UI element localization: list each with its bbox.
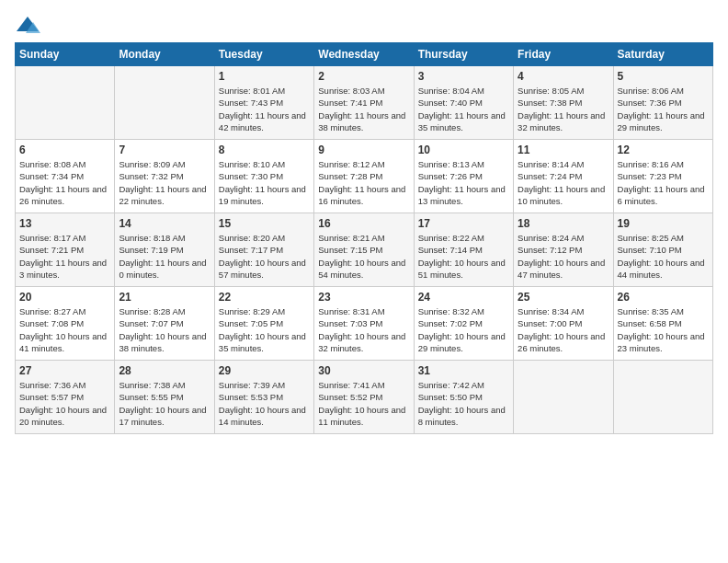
calendar-cell: 16Sunrise: 8:21 AMSunset: 7:15 PMDayligh… xyxy=(314,213,414,287)
calendar-cell: 6Sunrise: 8:08 AMSunset: 7:34 PMDaylight… xyxy=(16,140,115,213)
day-info: Sunrise: 8:22 AMSunset: 7:14 PMDaylight:… xyxy=(418,232,509,281)
calendar-cell xyxy=(514,361,613,434)
day-info: Sunrise: 8:03 AMSunset: 7:41 PMDaylight:… xyxy=(318,85,409,133)
day-info: Sunrise: 8:09 AMSunset: 7:32 PMDaylight:… xyxy=(119,158,210,207)
day-number: 29 xyxy=(219,364,310,377)
day-number: 12 xyxy=(618,144,709,156)
calendar-cell: 7Sunrise: 8:09 AMSunset: 7:32 PMDaylight… xyxy=(115,140,214,213)
day-info: Sunrise: 8:25 AMSunset: 7:10 PMDaylight:… xyxy=(618,232,709,281)
day-info: Sunrise: 8:14 AMSunset: 7:24 PMDaylight:… xyxy=(518,158,609,207)
day-headers: SundayMondayTuesdayWednesdayThursdayFrid… xyxy=(16,43,713,66)
day-info: Sunrise: 8:31 AMSunset: 7:03 PMDaylight:… xyxy=(318,305,409,354)
day-number: 4 xyxy=(518,70,609,83)
day-number: 25 xyxy=(518,291,609,304)
day-info: Sunrise: 8:13 AMSunset: 7:26 PMDaylight:… xyxy=(418,158,509,207)
calendar-cell: 15Sunrise: 8:20 AMSunset: 7:17 PMDayligh… xyxy=(214,213,313,287)
day-info: Sunrise: 8:20 AMSunset: 7:17 PMDaylight:… xyxy=(219,232,310,281)
day-number: 16 xyxy=(318,217,409,230)
calendar-cell: 2Sunrise: 8:03 AMSunset: 7:41 PMDaylight… xyxy=(314,66,414,140)
day-number: 8 xyxy=(219,144,310,156)
calendar-cell: 8Sunrise: 8:10 AMSunset: 7:30 PMDaylight… xyxy=(214,140,313,213)
day-number: 31 xyxy=(418,364,509,377)
header-saturday: Saturday xyxy=(613,43,712,66)
calendar-cell xyxy=(115,66,214,140)
day-number: 21 xyxy=(119,291,210,304)
day-number: 14 xyxy=(119,217,210,230)
day-info: Sunrise: 8:17 AMSunset: 7:21 PMDaylight:… xyxy=(19,232,110,281)
day-info: Sunrise: 7:36 AMSunset: 5:57 PMDaylight:… xyxy=(19,379,110,428)
calendar-cell: 29Sunrise: 7:39 AMSunset: 5:53 PMDayligh… xyxy=(214,361,313,434)
header-monday: Monday xyxy=(115,43,214,66)
calendar-cell xyxy=(16,66,115,140)
day-number: 9 xyxy=(318,144,409,156)
day-number: 23 xyxy=(318,291,409,304)
calendar-cell: 31Sunrise: 7:42 AMSunset: 5:50 PMDayligh… xyxy=(414,361,513,434)
calendar-cell: 22Sunrise: 8:29 AMSunset: 7:05 PMDayligh… xyxy=(214,287,313,361)
calendar-cell: 11Sunrise: 8:14 AMSunset: 7:24 PMDayligh… xyxy=(514,140,613,213)
week-row-2: 6Sunrise: 8:08 AMSunset: 7:34 PMDaylight… xyxy=(16,140,713,213)
header-friday: Friday xyxy=(514,43,613,66)
day-info: Sunrise: 7:38 AMSunset: 5:55 PMDaylight:… xyxy=(119,379,210,428)
day-number: 20 xyxy=(19,291,110,304)
calendar-cell: 21Sunrise: 8:28 AMSunset: 7:07 PMDayligh… xyxy=(115,287,214,361)
calendar-cell: 27Sunrise: 7:36 AMSunset: 5:57 PMDayligh… xyxy=(16,361,115,434)
header-sunday: Sunday xyxy=(16,43,115,66)
header-tuesday: Tuesday xyxy=(214,43,313,66)
header-wednesday: Wednesday xyxy=(314,43,414,66)
calendar-cell: 26Sunrise: 8:35 AMSunset: 6:58 PMDayligh… xyxy=(613,287,712,361)
day-number: 10 xyxy=(418,144,509,156)
week-row-5: 27Sunrise: 7:36 AMSunset: 5:57 PMDayligh… xyxy=(16,361,713,434)
day-number: 1 xyxy=(219,70,310,83)
day-info: Sunrise: 8:24 AMSunset: 7:12 PMDaylight:… xyxy=(518,232,609,281)
calendar-cell: 28Sunrise: 7:38 AMSunset: 5:55 PMDayligh… xyxy=(115,361,214,434)
calendar-cell: 19Sunrise: 8:25 AMSunset: 7:10 PMDayligh… xyxy=(613,213,712,287)
day-info: Sunrise: 8:08 AMSunset: 7:34 PMDaylight:… xyxy=(19,158,110,207)
day-number: 17 xyxy=(418,217,509,230)
day-number: 6 xyxy=(19,144,110,156)
day-info: Sunrise: 8:01 AMSunset: 7:43 PMDaylight:… xyxy=(219,85,310,133)
day-info: Sunrise: 8:10 AMSunset: 7:30 PMDaylight:… xyxy=(219,158,310,207)
day-number: 24 xyxy=(418,291,509,304)
day-info: Sunrise: 8:16 AMSunset: 7:23 PMDaylight:… xyxy=(618,158,709,207)
day-info: Sunrise: 8:29 AMSunset: 7:05 PMDaylight:… xyxy=(219,305,310,354)
day-info: Sunrise: 8:18 AMSunset: 7:19 PMDaylight:… xyxy=(119,232,210,281)
calendar-cell: 5Sunrise: 8:06 AMSunset: 7:36 PMDaylight… xyxy=(613,66,712,140)
day-info: Sunrise: 8:28 AMSunset: 7:07 PMDaylight:… xyxy=(119,305,210,354)
calendar-cell xyxy=(613,361,712,434)
calendar-cell: 3Sunrise: 8:04 AMSunset: 7:40 PMDaylight… xyxy=(414,66,513,140)
day-info: Sunrise: 8:32 AMSunset: 7:02 PMDaylight:… xyxy=(418,305,509,354)
day-number: 18 xyxy=(518,217,609,230)
day-number: 11 xyxy=(518,144,609,156)
day-number: 7 xyxy=(119,144,210,156)
day-info: Sunrise: 8:05 AMSunset: 7:38 PMDaylight:… xyxy=(518,85,609,133)
calendar-cell: 30Sunrise: 7:41 AMSunset: 5:52 PMDayligh… xyxy=(314,361,414,434)
day-number: 3 xyxy=(418,70,509,83)
calendar-cell: 4Sunrise: 8:05 AMSunset: 7:38 PMDaylight… xyxy=(514,66,613,140)
day-number: 19 xyxy=(618,217,709,230)
day-number: 5 xyxy=(618,70,709,83)
day-number: 30 xyxy=(318,364,409,377)
week-row-4: 20Sunrise: 8:27 AMSunset: 7:08 PMDayligh… xyxy=(16,287,713,361)
day-info: Sunrise: 8:06 AMSunset: 7:36 PMDaylight:… xyxy=(618,85,709,133)
day-number: 22 xyxy=(219,291,310,304)
day-info: Sunrise: 8:35 AMSunset: 6:58 PMDaylight:… xyxy=(618,305,709,354)
calendar-cell: 20Sunrise: 8:27 AMSunset: 7:08 PMDayligh… xyxy=(16,287,115,361)
header-thursday: Thursday xyxy=(414,43,513,66)
calendar-cell: 12Sunrise: 8:16 AMSunset: 7:23 PMDayligh… xyxy=(613,140,712,213)
day-info: Sunrise: 7:39 AMSunset: 5:53 PMDaylight:… xyxy=(219,379,310,428)
week-row-1: 1Sunrise: 8:01 AMSunset: 7:43 PMDaylight… xyxy=(16,66,713,140)
calendar-cell: 14Sunrise: 8:18 AMSunset: 7:19 PMDayligh… xyxy=(115,213,214,287)
day-info: Sunrise: 8:21 AMSunset: 7:15 PMDaylight:… xyxy=(318,232,409,281)
calendar-cell: 9Sunrise: 8:12 AMSunset: 7:28 PMDaylight… xyxy=(314,140,414,213)
day-info: Sunrise: 8:04 AMSunset: 7:40 PMDaylight:… xyxy=(418,85,509,133)
calendar-cell: 23Sunrise: 8:31 AMSunset: 7:03 PMDayligh… xyxy=(314,287,414,361)
day-number: 27 xyxy=(19,364,110,377)
logo xyxy=(15,15,44,35)
calendar-cell: 24Sunrise: 8:32 AMSunset: 7:02 PMDayligh… xyxy=(414,287,513,361)
day-info: Sunrise: 7:41 AMSunset: 5:52 PMDaylight:… xyxy=(318,379,409,428)
week-row-3: 13Sunrise: 8:17 AMSunset: 7:21 PMDayligh… xyxy=(16,213,713,287)
logo-icon xyxy=(15,15,40,35)
calendar-cell: 25Sunrise: 8:34 AMSunset: 7:00 PMDayligh… xyxy=(514,287,613,361)
header xyxy=(15,15,713,35)
day-number: 28 xyxy=(119,364,210,377)
